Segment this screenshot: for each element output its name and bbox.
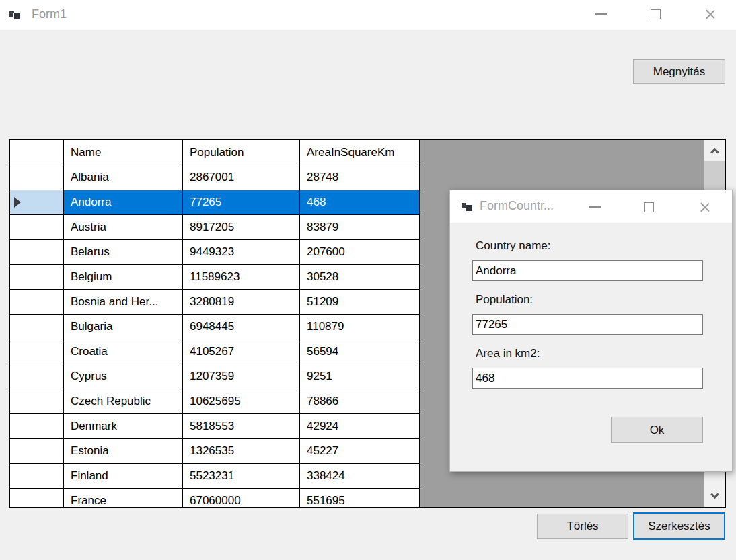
cell-name[interactable]: Belgium xyxy=(64,265,183,289)
row-header-cell[interactable] xyxy=(10,265,64,289)
cell-area[interactable]: 42924 xyxy=(300,414,420,438)
scroll-up-button[interactable] xyxy=(704,140,725,161)
country-name-field[interactable] xyxy=(472,260,703,281)
row-header-cell[interactable] xyxy=(10,464,64,488)
close-icon xyxy=(704,9,716,20)
ok-button[interactable]: Ok xyxy=(611,417,703,443)
chevron-up-icon xyxy=(710,148,719,157)
table-row[interactable]: Croatia410526756594 xyxy=(10,339,420,364)
cell-population[interactable]: 6948445 xyxy=(183,315,300,339)
cell-population[interactable]: 10625695 xyxy=(183,389,300,413)
cell-area[interactable]: 45227 xyxy=(300,439,420,463)
row-header-cell[interactable] xyxy=(10,190,64,214)
cell-area[interactable]: 468 xyxy=(300,190,420,214)
cell-population[interactable]: 3280819 xyxy=(183,290,300,314)
row-header-cell[interactable] xyxy=(10,389,64,413)
cell-name[interactable]: Denmark xyxy=(64,414,183,438)
population-field[interactable] xyxy=(472,314,703,335)
minimize-icon xyxy=(595,13,607,15)
cell-area[interactable]: 338424 xyxy=(300,464,420,488)
grid-header-population[interactable]: Population xyxy=(183,140,300,165)
maximize-button[interactable] xyxy=(644,3,667,26)
row-header-cell[interactable] xyxy=(10,315,64,339)
table-row[interactable]: Austria891720583879 xyxy=(10,215,420,240)
grid-header-rowheader-cell[interactable] xyxy=(10,140,64,165)
cell-population[interactable]: 11589623 xyxy=(183,265,300,289)
table-row[interactable]: Belgium1158962330528 xyxy=(10,265,420,290)
cell-population[interactable]: 8917205 xyxy=(183,215,300,239)
minimize-button[interactable] xyxy=(589,3,612,26)
row-header-cell[interactable] xyxy=(10,364,64,389)
row-header-cell[interactable] xyxy=(10,439,64,463)
table-row[interactable]: France67060000551695 xyxy=(10,489,420,508)
cell-population[interactable]: 2867001 xyxy=(183,165,300,190)
row-header-cell[interactable] xyxy=(10,414,64,438)
grid-header-area[interactable]: AreaInSquareKm xyxy=(300,140,420,165)
row-header-cell[interactable] xyxy=(10,290,64,314)
table-row[interactable]: Estonia132653545227 xyxy=(10,439,420,464)
cell-area[interactable]: 110879 xyxy=(300,315,420,339)
area-field[interactable] xyxy=(472,368,703,389)
cell-name[interactable]: Andorra xyxy=(64,190,183,214)
table-row[interactable]: Cyprus12073599251 xyxy=(10,364,420,389)
table-row[interactable]: Andorra77265468 xyxy=(10,190,420,215)
table-row[interactable]: Denmark581855342924 xyxy=(10,414,420,439)
open-button[interactable]: Megnyitás xyxy=(633,59,725,84)
cell-area[interactable]: 9251 xyxy=(300,364,420,389)
cell-name[interactable]: Albania xyxy=(64,165,183,190)
grid-header-name[interactable]: Name xyxy=(64,140,183,165)
edit-button[interactable]: Szerkesztés xyxy=(633,512,725,540)
table-row[interactable]: Bosnia and Her...328081951209 xyxy=(10,290,420,315)
cell-area[interactable]: 56594 xyxy=(300,339,420,364)
cell-name[interactable]: Croatia xyxy=(64,339,183,364)
row-header-cell[interactable] xyxy=(10,215,64,239)
cell-area[interactable]: 30528 xyxy=(300,265,420,289)
cell-name[interactable]: Bosnia and Her... xyxy=(64,290,183,314)
dialog-close-icon xyxy=(699,202,710,213)
row-header-cell[interactable] xyxy=(10,339,64,364)
area-label: Area in km2: xyxy=(476,347,540,360)
dialog-minimize-icon xyxy=(589,206,601,208)
delete-button[interactable]: Törlés xyxy=(537,514,628,539)
cell-name[interactable]: Belarus xyxy=(64,240,183,264)
dialog-close-button[interactable] xyxy=(693,196,716,218)
cell-population[interactable]: 5523231 xyxy=(183,464,300,488)
cell-name[interactable]: Czech Republic xyxy=(64,389,183,413)
cell-area[interactable]: 207600 xyxy=(300,240,420,264)
cell-name[interactable]: Austria xyxy=(64,215,183,239)
table-row[interactable]: Czech Republic1062569578866 xyxy=(10,389,420,414)
cell-population[interactable]: 5818553 xyxy=(183,414,300,438)
row-header-cell[interactable] xyxy=(10,489,64,508)
cell-area[interactable]: 51209 xyxy=(300,290,420,314)
close-button[interactable] xyxy=(698,3,721,26)
table-row[interactable]: Finland5523231338424 xyxy=(10,464,420,489)
cell-area[interactable]: 551695 xyxy=(300,489,420,508)
row-header-cell[interactable] xyxy=(10,240,64,264)
cell-area[interactable]: 78866 xyxy=(300,389,420,413)
cell-population[interactable]: 1326535 xyxy=(183,439,300,463)
table-row[interactable]: Albania286700128748 xyxy=(10,165,420,190)
dialog-maximize-button[interactable] xyxy=(637,196,660,218)
cell-area[interactable]: 83879 xyxy=(300,215,420,239)
table-row[interactable]: Belarus9449323207600 xyxy=(10,240,420,265)
maximize-icon xyxy=(651,9,661,19)
cell-name[interactable]: Finland xyxy=(64,464,183,488)
row-header-cell[interactable] xyxy=(10,165,64,190)
cell-population[interactable]: 9449323 xyxy=(183,240,300,264)
cell-population[interactable]: 4105267 xyxy=(183,339,300,364)
table-row[interactable]: Bulgaria6948445110879 xyxy=(10,315,420,339)
cell-name[interactable]: Bulgaria xyxy=(64,315,183,339)
cell-area[interactable]: 28748 xyxy=(300,165,420,190)
dialog-titlebar[interactable]: FormCountr... xyxy=(450,190,732,223)
cell-name[interactable]: France xyxy=(64,489,183,508)
cell-population[interactable]: 77265 xyxy=(183,190,300,214)
main-titlebar[interactable]: Form1 xyxy=(0,0,736,30)
dialog-minimize-button[interactable] xyxy=(583,196,606,218)
app-icon xyxy=(9,9,22,20)
cell-name[interactable]: Cyprus xyxy=(64,364,183,389)
country-name-label: Country name: xyxy=(476,239,551,253)
cell-population[interactable]: 1207359 xyxy=(183,364,300,389)
cell-population[interactable]: 67060000 xyxy=(183,489,300,508)
scroll-down-button[interactable] xyxy=(704,486,725,507)
cell-name[interactable]: Estonia xyxy=(64,439,183,463)
